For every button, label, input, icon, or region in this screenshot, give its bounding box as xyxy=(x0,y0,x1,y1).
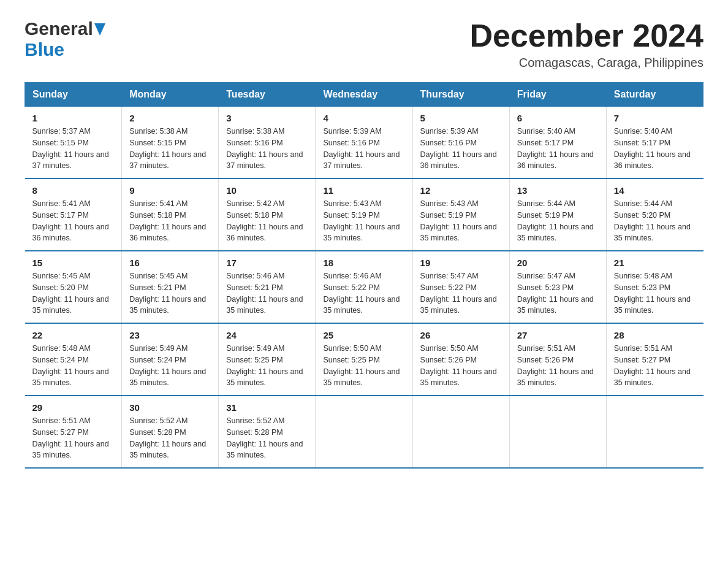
day-info: Sunrise: 5:48 AMSunset: 5:23 PMDaylight:… xyxy=(614,270,696,316)
logo-triangle-icon xyxy=(94,23,105,36)
day-info: Sunrise: 5:40 AMSunset: 5:17 PMDaylight:… xyxy=(614,126,696,172)
calendar-cell: 16Sunrise: 5:45 AMSunset: 5:21 PMDayligh… xyxy=(122,251,219,323)
day-number: 30 xyxy=(129,402,211,413)
calendar-week-row: 1Sunrise: 5:37 AMSunset: 5:15 PMDaylight… xyxy=(25,107,703,179)
day-number: 27 xyxy=(517,330,599,340)
day-info: Sunrise: 5:38 AMSunset: 5:16 PMDaylight:… xyxy=(226,126,308,172)
day-info: Sunrise: 5:40 AMSunset: 5:17 PMDaylight:… xyxy=(517,126,599,172)
calendar-cell: 7Sunrise: 5:40 AMSunset: 5:17 PMDaylight… xyxy=(606,107,703,179)
calendar-cell: 3Sunrise: 5:38 AMSunset: 5:16 PMDaylight… xyxy=(219,107,316,179)
day-info: Sunrise: 5:42 AMSunset: 5:18 PMDaylight:… xyxy=(226,198,308,244)
header-row: Sunday Monday Tuesday Wednesday Thursday… xyxy=(25,83,703,107)
calendar-week-row: 22Sunrise: 5:48 AMSunset: 5:24 PMDayligh… xyxy=(25,323,703,396)
day-info: Sunrise: 5:45 AMSunset: 5:21 PMDaylight:… xyxy=(129,270,211,316)
calendar-cell: 1Sunrise: 5:37 AMSunset: 5:15 PMDaylight… xyxy=(25,107,122,179)
calendar-cell: 20Sunrise: 5:47 AMSunset: 5:23 PMDayligh… xyxy=(509,251,606,323)
day-info: Sunrise: 5:46 AMSunset: 5:22 PMDaylight:… xyxy=(323,270,404,316)
day-number: 1 xyxy=(32,113,115,123)
calendar-cell: 25Sunrise: 5:50 AMSunset: 5:25 PMDayligh… xyxy=(316,323,412,396)
day-info: Sunrise: 5:51 AMSunset: 5:27 PMDaylight:… xyxy=(32,415,115,461)
day-number: 28 xyxy=(614,330,696,340)
calendar-cell: 28Sunrise: 5:51 AMSunset: 5:27 PMDayligh… xyxy=(606,323,703,396)
col-monday: Monday xyxy=(122,83,219,107)
calendar-cell xyxy=(316,396,412,468)
day-info: Sunrise: 5:43 AMSunset: 5:19 PMDaylight:… xyxy=(420,198,502,244)
day-info: Sunrise: 5:39 AMSunset: 5:16 PMDaylight:… xyxy=(420,126,502,172)
calendar-header: Sunday Monday Tuesday Wednesday Thursday… xyxy=(25,83,703,107)
calendar-cell: 4Sunrise: 5:39 AMSunset: 5:16 PMDaylight… xyxy=(316,107,412,179)
calendar-cell: 5Sunrise: 5:39 AMSunset: 5:16 PMDaylight… xyxy=(412,107,509,179)
calendar-week-row: 29Sunrise: 5:51 AMSunset: 5:27 PMDayligh… xyxy=(25,396,703,468)
col-thursday: Thursday xyxy=(412,83,509,107)
day-number: 7 xyxy=(614,113,696,123)
calendar-cell xyxy=(412,396,509,468)
day-info: Sunrise: 5:50 AMSunset: 5:26 PMDaylight:… xyxy=(420,343,502,389)
calendar-cell: 24Sunrise: 5:49 AMSunset: 5:25 PMDayligh… xyxy=(219,323,316,396)
calendar-cell: 23Sunrise: 5:49 AMSunset: 5:24 PMDayligh… xyxy=(122,323,219,396)
day-number: 20 xyxy=(517,258,599,268)
day-number: 14 xyxy=(614,185,696,196)
calendar-cell: 6Sunrise: 5:40 AMSunset: 5:17 PMDaylight… xyxy=(509,107,606,179)
col-wednesday: Wednesday xyxy=(316,83,412,107)
col-tuesday: Tuesday xyxy=(219,83,316,107)
day-number: 26 xyxy=(420,330,502,340)
day-info: Sunrise: 5:37 AMSunset: 5:15 PMDaylight:… xyxy=(32,126,115,172)
day-info: Sunrise: 5:49 AMSunset: 5:24 PMDaylight:… xyxy=(129,343,211,389)
calendar-cell: 29Sunrise: 5:51 AMSunset: 5:27 PMDayligh… xyxy=(25,396,122,468)
calendar-cell: 18Sunrise: 5:46 AMSunset: 5:22 PMDayligh… xyxy=(316,251,412,323)
col-friday: Friday xyxy=(509,83,606,107)
day-info: Sunrise: 5:45 AMSunset: 5:20 PMDaylight:… xyxy=(32,270,115,316)
day-info: Sunrise: 5:43 AMSunset: 5:19 PMDaylight:… xyxy=(323,198,404,244)
calendar-cell: 26Sunrise: 5:50 AMSunset: 5:26 PMDayligh… xyxy=(412,323,509,396)
day-info: Sunrise: 5:39 AMSunset: 5:16 PMDaylight:… xyxy=(323,126,404,172)
calendar-cell: 17Sunrise: 5:46 AMSunset: 5:21 PMDayligh… xyxy=(219,251,316,323)
day-number: 2 xyxy=(129,113,211,123)
calendar-cell: 19Sunrise: 5:47 AMSunset: 5:22 PMDayligh… xyxy=(412,251,509,323)
day-number: 8 xyxy=(32,185,115,196)
calendar-body: 1Sunrise: 5:37 AMSunset: 5:15 PMDaylight… xyxy=(25,107,703,469)
day-number: 16 xyxy=(129,258,211,268)
calendar-cell: 11Sunrise: 5:43 AMSunset: 5:19 PMDayligh… xyxy=(316,178,412,251)
calendar-cell xyxy=(509,396,606,468)
col-saturday: Saturday xyxy=(606,83,703,107)
day-info: Sunrise: 5:47 AMSunset: 5:22 PMDaylight:… xyxy=(420,270,502,316)
day-number: 11 xyxy=(323,185,404,196)
logo: General Blue xyxy=(25,18,105,60)
calendar-cell xyxy=(606,396,703,468)
calendar-cell: 21Sunrise: 5:48 AMSunset: 5:23 PMDayligh… xyxy=(606,251,703,323)
day-number: 19 xyxy=(420,258,502,268)
day-info: Sunrise: 5:41 AMSunset: 5:17 PMDaylight:… xyxy=(32,198,115,244)
day-info: Sunrise: 5:52 AMSunset: 5:28 PMDaylight:… xyxy=(226,415,308,461)
day-info: Sunrise: 5:38 AMSunset: 5:15 PMDaylight:… xyxy=(129,126,211,172)
logo-blue-text: Blue xyxy=(25,39,64,59)
calendar-cell: 13Sunrise: 5:44 AMSunset: 5:19 PMDayligh… xyxy=(509,178,606,251)
day-number: 23 xyxy=(129,330,211,340)
calendar-cell: 9Sunrise: 5:41 AMSunset: 5:18 PMDaylight… xyxy=(122,178,219,251)
day-info: Sunrise: 5:52 AMSunset: 5:28 PMDaylight:… xyxy=(129,415,211,461)
day-number: 5 xyxy=(420,113,502,123)
calendar-cell: 27Sunrise: 5:51 AMSunset: 5:26 PMDayligh… xyxy=(509,323,606,396)
calendar-cell: 12Sunrise: 5:43 AMSunset: 5:19 PMDayligh… xyxy=(412,178,509,251)
day-info: Sunrise: 5:51 AMSunset: 5:27 PMDaylight:… xyxy=(614,343,696,389)
logo-general-text: General xyxy=(25,18,93,39)
day-info: Sunrise: 5:51 AMSunset: 5:26 PMDaylight:… xyxy=(517,343,599,389)
day-number: 12 xyxy=(420,185,502,196)
day-info: Sunrise: 5:48 AMSunset: 5:24 PMDaylight:… xyxy=(32,343,115,389)
calendar-cell: 14Sunrise: 5:44 AMSunset: 5:20 PMDayligh… xyxy=(606,178,703,251)
day-number: 29 xyxy=(32,402,115,413)
calendar-cell: 8Sunrise: 5:41 AMSunset: 5:17 PMDaylight… xyxy=(25,178,122,251)
day-info: Sunrise: 5:41 AMSunset: 5:18 PMDaylight:… xyxy=(129,198,211,244)
day-number: 15 xyxy=(32,258,115,268)
svg-marker-0 xyxy=(94,23,105,36)
calendar-week-row: 8Sunrise: 5:41 AMSunset: 5:17 PMDaylight… xyxy=(25,178,703,251)
day-info: Sunrise: 5:44 AMSunset: 5:19 PMDaylight:… xyxy=(517,198,599,244)
day-number: 6 xyxy=(517,113,599,123)
calendar-week-row: 15Sunrise: 5:45 AMSunset: 5:20 PMDayligh… xyxy=(25,251,703,323)
day-number: 18 xyxy=(323,258,404,268)
calendar-cell: 31Sunrise: 5:52 AMSunset: 5:28 PMDayligh… xyxy=(219,396,316,468)
day-info: Sunrise: 5:50 AMSunset: 5:25 PMDaylight:… xyxy=(323,343,404,389)
day-number: 4 xyxy=(323,113,404,123)
calendar-title: December 2024 xyxy=(469,18,703,53)
calendar-subtitle: Comagascas, Caraga, Philippines xyxy=(469,56,703,70)
col-sunday: Sunday xyxy=(25,83,122,107)
